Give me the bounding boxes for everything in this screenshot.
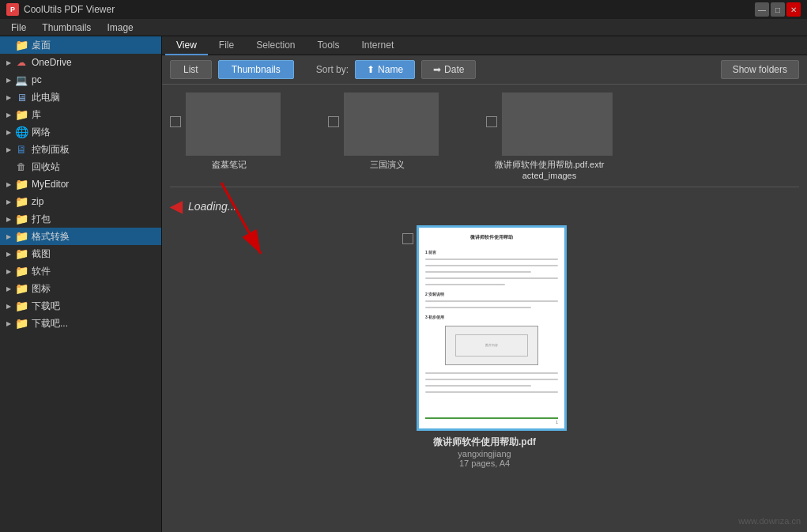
sidebar-item-label: 此电脑 <box>32 91 60 104</box>
sidebar-item-software[interactable]: ▶ 📁 软件 <box>0 262 161 280</box>
file-item-extracted[interactable]: 微讲师软件使用帮助.pdf.extracted_images <box>486 92 613 180</box>
menu-file[interactable]: File <box>3 21 34 35</box>
sidebar-item-label: 网络 <box>32 126 51 139</box>
sidebar-item-download2[interactable]: ▶ 📁 下载吧... <box>0 315 161 332</box>
sort-by-label: Sort by: <box>316 64 349 75</box>
arrow-icon: ▶ <box>3 231 14 242</box>
file-name: 三国演义 <box>328 159 447 171</box>
file-item-daomubiji[interactable]: 盗墓笔记 <box>170 92 288 180</box>
folder-icon: 📁 <box>14 300 28 312</box>
titlebar: P CoolUtils PDF Viewer — □ ✕ <box>0 0 807 19</box>
sidebar-item-onedrive[interactable]: ▶ ☁ OneDrive <box>0 54 161 71</box>
file-checkbox[interactable] <box>170 116 181 127</box>
file-author: yangxingjiang <box>433 449 536 458</box>
sidebar-item-desktop[interactable]: 📁 桌面 <box>0 36 161 54</box>
maximize-button[interactable]: □ <box>771 2 785 17</box>
folder-icon: 🖥 <box>14 143 28 156</box>
doc-footer <box>425 417 558 419</box>
tab-file[interactable]: File <box>208 36 245 55</box>
content-area: View File Selection Tools Internet List … <box>162 36 807 532</box>
sidebar-item-icons[interactable]: ▶ 📁 图标 <box>0 280 161 297</box>
minimize-button[interactable]: — <box>755 2 769 17</box>
main-layout: 📁 桌面 ▶ ☁ OneDrive ▶ 💻 pc ▶ 🖥 此电脑 ▶ 📁 库 <box>0 36 807 532</box>
sidebar-item-label: 打包 <box>32 213 51 226</box>
file-checkbox[interactable] <box>402 233 413 244</box>
files-area: 盗墓笔记 三国演义 微讲师软件使用帮助.pdf.extrac <box>162 85 807 532</box>
menu-image[interactable]: Image <box>99 21 141 35</box>
sidebar-item-library[interactable]: ▶ 📁 库 <box>0 106 161 123</box>
file-checkbox[interactable] <box>486 116 497 127</box>
list-button[interactable]: List <box>170 60 212 79</box>
file-thumbnail <box>502 92 613 156</box>
tab-tools[interactable]: Tools <box>307 36 351 55</box>
folder-icon: 📁 <box>14 265 28 277</box>
sidebar-item-label: 图标 <box>32 282 51 296</box>
show-folders-button[interactable]: Show folders <box>721 60 799 79</box>
close-button[interactable]: ✕ <box>786 2 801 17</box>
sidebar-item-label: 格式转换 <box>32 230 70 243</box>
sidebar-item-myeditor[interactable]: ▶ 📁 MyEditor <box>0 175 161 193</box>
sidebar-item-mycomputer[interactable]: ▶ 🖥 此电脑 <box>0 89 161 106</box>
sidebar-item-label: 下载吧 <box>32 300 60 313</box>
arrow-icon: ▶ <box>3 92 14 103</box>
file-name: 盗墓笔记 <box>170 159 288 171</box>
sidebar-item-controlpanel[interactable]: ▶ 🖥 控制面板 <box>0 141 161 158</box>
tab-view[interactable]: View <box>165 36 208 55</box>
doc-line <box>425 265 558 266</box>
sidebar-item-label: 截图 <box>32 247 51 261</box>
file-checkbox[interactable] <box>328 116 339 127</box>
sidebar-item-pc[interactable]: ▶ 💻 pc <box>0 71 161 89</box>
sort-name-button[interactable]: ⬆ Name <box>355 60 415 79</box>
window-controls: — □ ✕ <box>755 2 801 17</box>
loading-section: ◀ Loading... <box>170 191 799 222</box>
arrow-icon: ▶ <box>3 109 14 120</box>
sidebar-item-recycle[interactable]: 🗑 回收站 <box>0 158 161 175</box>
arrow-icon: ▶ <box>3 57 14 68</box>
file-info: 微讲师软件使用帮助.pdf yangxingjiang 17 pages, A4 <box>433 436 536 468</box>
sidebar-item-label: 软件 <box>32 265 51 278</box>
folder-icon: 📁 <box>14 282 28 295</box>
arrow-icon: ▶ <box>3 248 14 259</box>
tab-internet[interactable]: Internet <box>351 36 405 55</box>
arrow-icon: ▶ <box>3 300 14 311</box>
sidebar-item-format-convert[interactable]: ▶ 📁 格式转换 <box>0 228 161 245</box>
app-icon: P <box>6 3 19 16</box>
doc-line <box>425 277 558 279</box>
sidebar-item-network[interactable]: ▶ 🌐 网络 <box>0 123 161 141</box>
loading-text: Loading... <box>188 200 237 213</box>
recycle-icon: 🗑 <box>14 160 28 173</box>
sidebar-item-pack[interactable]: ▶ 📁 打包 <box>0 210 161 228</box>
arrow-icon <box>3 40 14 51</box>
doc-image-box: 图片内容 <box>445 326 538 365</box>
menu-thumbnails[interactable]: Thumbnails <box>34 21 99 35</box>
sidebar-item-label: 回收站 <box>32 160 60 174</box>
tab-bar: View File Selection Tools Internet <box>162 36 807 55</box>
doc-line <box>425 391 558 393</box>
doc-line <box>425 258 558 260</box>
sidebar-item-label: OneDrive <box>32 57 72 68</box>
arrow-icon: ▶ <box>3 126 14 138</box>
doc-line <box>425 284 505 285</box>
thumbnails-button[interactable]: Thumbnails <box>218 60 294 79</box>
file-name: 微讲师软件使用帮助.pdf.extracted_images <box>486 159 613 180</box>
sidebar-item-label: pc <box>32 74 42 85</box>
toolbar: List Thumbnails Sort by: ⬆ Name ➡ Date S… <box>162 55 807 85</box>
sidebar-item-zip[interactable]: ▶ 📁 zip <box>0 193 161 210</box>
sidebar-item-screenshot[interactable]: ▶ 📁 截图 <box>0 245 161 262</box>
arrow-icon: ▶ <box>3 179 14 190</box>
sort-date-button[interactable]: ➡ Date <box>421 60 476 79</box>
sidebar-item-download1[interactable]: ▶ 📁 下载吧 <box>0 297 161 315</box>
file-item-sanguoyanyi[interactable]: 三国演义 <box>328 92 447 180</box>
watermark: www.downza.cn <box>738 516 801 526</box>
folder-icon: 📁 <box>14 317 28 330</box>
sidebar-item-label: 控制面板 <box>32 143 70 157</box>
selected-file-thumb-item[interactable]: 微讲师软件使用帮助 1 前言 2 安装说明 3 初步使用 <box>170 222 799 471</box>
arrow-icon: ▶ <box>3 283 14 294</box>
doc-line <box>425 307 531 308</box>
pc-icon: 🖥 <box>14 91 28 104</box>
tab-selection[interactable]: Selection <box>245 36 306 55</box>
loading-arrow-icon: ◀ <box>170 197 182 216</box>
selected-file-container: 微讲师软件使用帮助 1 前言 2 安装说明 3 初步使用 <box>170 222 799 471</box>
arrow-icon: ▶ <box>3 144 14 155</box>
file-pages: 17 pages, A4 <box>433 458 536 468</box>
